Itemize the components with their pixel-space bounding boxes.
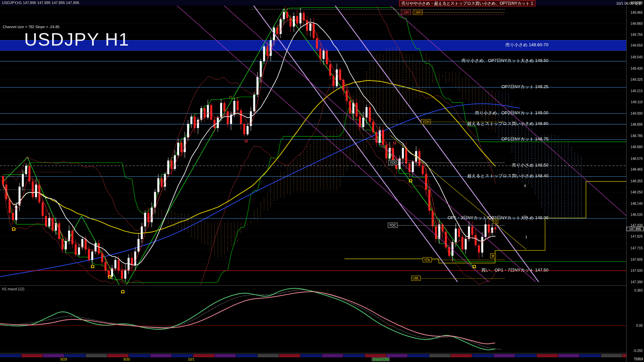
price-axis-tick: 149.755 bbox=[631, 33, 643, 36]
chart-overlay: USDJPY,H1 147.895 147.895 147.895 147.89… bbox=[0, 0, 644, 362]
price-axis-tick: 148.355 bbox=[631, 179, 643, 183]
chart-label-ydl: YDL bbox=[423, 257, 432, 262]
session-block bbox=[472, 354, 493, 357]
session-block bbox=[279, 354, 300, 357]
chart-label-lwh: LWH bbox=[413, 10, 423, 15]
price-axis-tick: 148.570 bbox=[631, 157, 643, 160]
tick-counter: 75959 bbox=[634, 357, 643, 361]
session-block bbox=[86, 354, 107, 357]
price-axis-tick: 148.250 bbox=[631, 190, 643, 194]
session-block bbox=[580, 354, 601, 357]
session-block bbox=[601, 354, 622, 357]
macd-axis-bottom-value: -0.292 bbox=[633, 349, 643, 353]
chart-label-ydo: YDO bbox=[388, 160, 398, 165]
price-axis-tick: 148.465 bbox=[631, 168, 643, 171]
date-label: 9/29 bbox=[60, 358, 67, 361]
session-block bbox=[322, 354, 343, 357]
swing-marker: Ω bbox=[108, 274, 112, 280]
level-annotation: OP7日NYカット 149.25 bbox=[501, 84, 548, 90]
session-block bbox=[43, 354, 64, 357]
label-reference-line bbox=[432, 260, 504, 260]
session-block bbox=[558, 354, 579, 357]
macd-axis-zero-value: 0.00 bbox=[636, 324, 643, 327]
swing-marker: Ω bbox=[121, 289, 125, 294]
price-axis-tick: 149.110 bbox=[631, 100, 643, 104]
price-axis-tick: 148.140 bbox=[631, 201, 643, 205]
trade-plan-annotation: 売りやや小さめ・超えるとストップロス買い小さめ、OP7日NYカット 1 bbox=[399, 0, 535, 6]
session-block bbox=[172, 354, 193, 357]
price-axis-tick: 148.895 bbox=[631, 123, 643, 126]
chart-label-ydc: YDC bbox=[388, 223, 397, 228]
session-block bbox=[236, 354, 257, 357]
level-annotation: 売り小さめ、OP2日NYカット 149.00 bbox=[475, 110, 548, 116]
session-block bbox=[258, 354, 279, 357]
level-annotation: 超えるとストップロス買い小さめ 148.40 bbox=[467, 173, 548, 179]
price-axis-tick: 149.430 bbox=[631, 67, 643, 70]
last-updated-timestamp: 10/1 06:09 更新 bbox=[616, 1, 642, 6]
session-block bbox=[451, 354, 472, 357]
price-axis[interactable]: 147.895 0.383 0.00 -0.292 75959 150.0701… bbox=[626, 0, 644, 362]
chart-label-w: W bbox=[490, 253, 496, 258]
swing-marker: ∩ bbox=[26, 155, 30, 160]
price-axis-tick: 147.500 bbox=[631, 268, 643, 272]
session-block bbox=[215, 354, 236, 357]
price-axis-tick: 148.785 bbox=[631, 134, 643, 138]
price-axis-tick: 149.860 bbox=[631, 21, 643, 25]
session-block bbox=[623, 354, 626, 357]
price-axis-tick: 147.390 bbox=[631, 280, 643, 284]
price-axis-tick: 149.965 bbox=[631, 11, 643, 14]
chart-label-1: 1 bbox=[525, 235, 527, 239]
swing-marker: Ω bbox=[91, 263, 95, 269]
label-reference-line bbox=[421, 278, 504, 279]
session-block bbox=[365, 354, 386, 357]
swing-marker: Ω bbox=[472, 263, 476, 269]
session-block bbox=[0, 354, 21, 357]
swing-marker: U bbox=[245, 138, 248, 143]
price-axis-tick: 148.680 bbox=[631, 145, 643, 149]
session-block bbox=[150, 354, 171, 357]
time-axis[interactable]: macd ON 9/299/3010/1 bbox=[0, 353, 627, 362]
chart-title: USDJPY H1 bbox=[24, 29, 129, 50]
label-reference-line bbox=[398, 163, 504, 163]
price-axis-tick: 147.605 bbox=[631, 257, 643, 261]
swing-marker: Ω bbox=[409, 178, 413, 183]
price-axis-tick: 149.000 bbox=[631, 112, 643, 115]
level-annotation: OP1日NYカット 148.75 bbox=[501, 136, 548, 142]
session-block bbox=[129, 354, 150, 357]
price-axis-tick: 147.715 bbox=[631, 246, 643, 250]
chart-label-4: 4 bbox=[524, 184, 526, 188]
session-block bbox=[64, 354, 86, 357]
level-annotation: 超えるとストップロス買い小さめ 148.90 bbox=[467, 121, 548, 127]
session-block bbox=[537, 354, 558, 357]
price-axis-tick: 148.035 bbox=[631, 213, 643, 216]
date-label: 9/30 bbox=[123, 358, 130, 361]
trading-chart-window: USDJPY,H1 147.895 147.895 147.895 147.89… bbox=[0, 0, 644, 362]
channel-info: Channel size = 782 Slope = -24.85 bbox=[3, 25, 59, 29]
session-block bbox=[386, 354, 408, 357]
session-block bbox=[107, 354, 128, 357]
label-reference-line bbox=[423, 12, 504, 13]
swing-marker: U bbox=[393, 140, 396, 145]
session-block bbox=[21, 354, 43, 357]
session-block bbox=[193, 354, 214, 357]
chart-label-ydh: YDH bbox=[421, 119, 431, 124]
swing-marker: Ω bbox=[12, 226, 16, 231]
session-block bbox=[429, 354, 450, 357]
level-annotation: 売り小さめ 149.60-70 bbox=[505, 42, 548, 48]
level-annotation: 売り小さめ 148.50 bbox=[512, 163, 548, 169]
level-annotation: 売り小さめ、OP7日NYカット大きめ 149.50 bbox=[462, 58, 548, 64]
label-reference-line bbox=[397, 225, 504, 226]
swing-marker: ∩ bbox=[229, 94, 232, 100]
date-label: 10/1 bbox=[188, 358, 194, 361]
macd-indicator-label: H1 macd (12) bbox=[2, 287, 24, 291]
macd-toggle[interactable]: macd ON bbox=[372, 357, 390, 361]
chart-label-d: D bbox=[493, 219, 498, 224]
session-block bbox=[408, 354, 429, 357]
symbol-ohlc-readout: USDJPY,H1 147.895 147.895 147.895 147.89… bbox=[2, 1, 79, 5]
price-axis-tick: 147.825 bbox=[631, 235, 643, 238]
price-axis-tick: 149.215 bbox=[631, 89, 643, 93]
macd-axis-top-value: 0.383 bbox=[634, 289, 643, 292]
chart-label-lwl: LWL bbox=[411, 276, 421, 281]
chart-label-3: 3 bbox=[524, 215, 526, 219]
price-axis-tick: 149.325 bbox=[631, 77, 643, 81]
